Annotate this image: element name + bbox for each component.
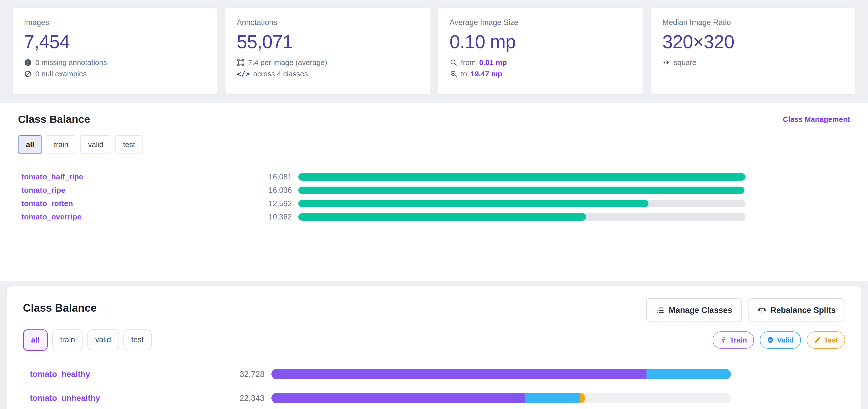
stat-line-bold-value: 19.47 mp [471, 70, 502, 78]
class-count: 32,728 [203, 370, 265, 379]
code-icon: </> [237, 70, 250, 78]
stat-line-text: square [674, 58, 696, 67]
class-name-link[interactable]: tomato_ripe [18, 186, 256, 195]
test-pill[interactable]: Test [807, 331, 845, 349]
stat-line-text: 0 null examples [35, 70, 87, 78]
exclamation-circle-icon [24, 59, 32, 66]
bar-track [298, 213, 746, 221]
stat-value: 0.10 mp [450, 31, 631, 52]
stat-label: Images [24, 18, 206, 27]
class-row: tomato_ripe 16,036 [18, 184, 850, 197]
train-segment [271, 393, 525, 403]
stat-cards-row: Images 7,454 0 missing annotations 0 nul… [0, 0, 868, 94]
train-pill[interactable]: Train [713, 331, 754, 349]
stat-line: square [662, 58, 844, 67]
shield-check-icon [767, 337, 774, 344]
stat-line: 0 null examples [24, 70, 206, 78]
class-row: tomato_healthy 32,728 [23, 362, 845, 386]
stat-line: </> across 4 classes [237, 70, 418, 78]
valid-segment [525, 393, 580, 403]
zoom-in-icon [450, 70, 458, 78]
class-row: tomato_overripe 10,362 [18, 210, 850, 224]
class-row: tomato_unhealthy 22,343 [23, 386, 845, 409]
stat-card-annotations: Annotations 55,071 7.4 per image (averag… [225, 7, 430, 94]
class-count: 12,592 [256, 199, 292, 208]
class-name-link[interactable]: tomato_healthy [23, 370, 203, 379]
class-management-link[interactable]: Class Management [783, 115, 850, 123]
bar-fill [298, 173, 746, 181]
class-count: 16,081 [256, 173, 292, 181]
stat-value: 55,071 [237, 31, 418, 52]
stat-value: 320×320 [662, 31, 844, 52]
valid-segment [647, 369, 731, 379]
stat-line: 0 missing annotations [24, 58, 206, 67]
class-name-link[interactable]: tomato_overripe [18, 212, 256, 222]
stat-line: to 19.47 mp [450, 70, 631, 78]
tab-valid[interactable]: valid [80, 135, 112, 154]
resize-horizontal-icon [662, 59, 670, 66]
class-balance-card: Class Balance Manage Classes Rebalance S… [7, 286, 861, 409]
bar-track [298, 173, 746, 181]
bar-fill-group [271, 369, 731, 379]
manage-classes-button[interactable]: Manage Classes [646, 298, 742, 322]
zoom-out-icon [450, 59, 458, 66]
filters-row: all train valid test Train Valid Test [23, 329, 845, 351]
tab-test[interactable]: test [115, 135, 143, 154]
card-header: Class Balance Manage Classes Rebalance S… [23, 298, 845, 322]
bar-fill [298, 186, 744, 194]
stat-line-text: 7.4 per image (average) [248, 58, 327, 67]
class-name-link[interactable]: tomato_unhealthy [23, 393, 203, 403]
class-balance-chart: tomato_half_ripe 16,081 tomato_ripe 16,0… [18, 170, 850, 224]
train-segment [271, 369, 647, 379]
class-count: 16,036 [256, 186, 292, 195]
bar-track [271, 369, 731, 379]
rebalance-splits-button[interactable]: Rebalance Splits [748, 298, 845, 322]
tab-all[interactable]: all [18, 135, 42, 154]
tab-all[interactable]: all [23, 329, 48, 351]
pill-label: Test [824, 336, 838, 344]
class-name-link[interactable]: tomato_rotten [18, 199, 256, 208]
class-balance-split-chart: tomato_healthy 32,728 tomato_unhealthy 2… [23, 362, 845, 409]
stat-card-median-ratio: Median Image Ratio 320×320 square [651, 7, 856, 94]
class-balance-section: Class Balance Class Management all train… [0, 103, 868, 281]
valid-pill[interactable]: Valid [760, 331, 801, 349]
card-title: Class Balance [23, 302, 97, 314]
tab-train[interactable]: train [46, 135, 76, 154]
pencil-icon [814, 337, 821, 344]
stat-value: 7,454 [24, 31, 206, 52]
stat-card-avg-image-size: Average Image Size 0.10 mp from 0.01 mp … [438, 7, 643, 94]
stat-card-images: Images 7,454 0 missing annotations 0 nul… [12, 7, 217, 94]
stat-line: 7.4 per image (average) [237, 58, 418, 67]
bar-track [298, 186, 746, 194]
class-count: 10,362 [256, 212, 292, 222]
stat-label: Median Image Ratio [662, 18, 844, 27]
class-balance-header: Class Balance Class Management [18, 113, 850, 125]
split-legend-pills: Train Valid Test [713, 331, 845, 349]
list-icon [656, 306, 665, 315]
stat-line-text: 0 missing annotations [35, 58, 107, 67]
pill-label: Train [730, 336, 747, 344]
stat-line-text: across 4 classes [253, 70, 308, 78]
tab-train[interactable]: train [52, 329, 83, 350]
tab-test[interactable]: test [123, 329, 152, 350]
scale-icon [757, 306, 767, 315]
tab-valid[interactable]: valid [87, 329, 119, 350]
stat-line-text: to [461, 70, 467, 78]
stat-line-text: from [461, 58, 476, 67]
runner-icon [720, 337, 727, 344]
class-count: 22,343 [203, 393, 265, 403]
split-tabs: all train valid test [23, 329, 152, 351]
bounding-box-icon [237, 59, 245, 66]
class-row: tomato_rotten 12,592 [18, 197, 850, 210]
bar-fill-group [271, 393, 585, 403]
button-label: Manage Classes [669, 305, 732, 315]
bar-track [298, 200, 746, 207]
stat-label: Average Image Size [450, 18, 631, 27]
split-tabs: all train valid test [18, 135, 850, 154]
stat-label: Annotations [237, 18, 418, 27]
class-row: tomato_half_ripe 16,081 [18, 170, 850, 184]
stat-line-bold-value: 0.01 mp [479, 58, 507, 67]
class-name-link[interactable]: tomato_half_ripe [18, 173, 256, 181]
null-circle-icon [24, 70, 32, 78]
pill-label: Valid [777, 336, 794, 344]
